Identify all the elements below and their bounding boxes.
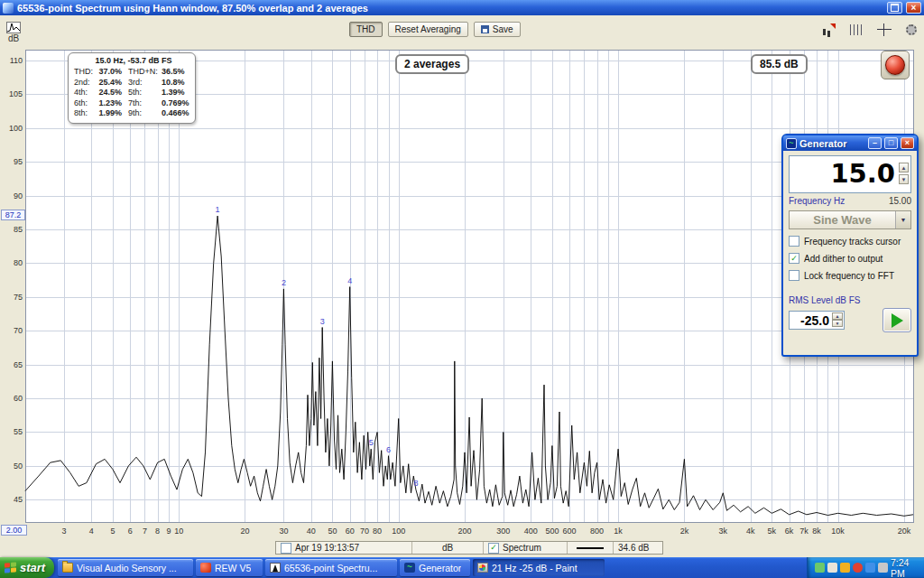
thd-label: 7th: (128, 98, 162, 109)
crosshair-icon[interactable] (877, 23, 892, 36)
tray-shield-icon[interactable] (840, 563, 850, 573)
trace-label: Spectrum (503, 543, 541, 553)
svg-text:50: 50 (328, 527, 337, 536)
play-button[interactable] (882, 308, 911, 332)
thd-label: 6th: (74, 98, 98, 109)
graph-statusbar: Apr 19 19:13:57 dB ✓ Spectrum 34.6 dB (0, 541, 924, 555)
play-icon (892, 313, 903, 328)
thd-label: 5th: (128, 88, 162, 98)
task-label: Generator (419, 563, 461, 573)
db-readout: dB (412, 542, 483, 554)
y-axis-unit-label: dB (8, 33, 19, 43)
generator-minimize-button[interactable]: – (868, 137, 882, 149)
thd-value: 1.23% (98, 98, 128, 109)
frequency-hz-value: 15.00 (889, 196, 911, 206)
spinner-down-icon[interactable]: ▼ (832, 320, 843, 327)
generator-body: 15.0 ▲▼ Frequency Hz 15.00 Sine Wave ▼ F… (783, 151, 917, 355)
taskbar-task-65536-point-spectru[interactable]: 65536-point Spectru... (265, 559, 397, 576)
tray-antivirus-icon[interactable] (853, 563, 863, 573)
chevron-down-icon[interactable]: ▼ (895, 211, 910, 228)
close-button[interactable]: × (906, 2, 921, 14)
thd-values-table: THD:37.0%THD+N:36.5%2nd:25.4%3rd:10.8%4t… (74, 67, 193, 119)
measure-icon[interactable] (821, 23, 836, 36)
paint-app-icon (477, 563, 488, 573)
checkbox-unchecked-icon[interactable] (789, 236, 799, 247)
rew-application-window: 65536-point Spectrum using Hann window, … (0, 0, 924, 578)
thd-toggle-button[interactable]: THD (349, 22, 383, 37)
save-button[interactable]: Save (474, 22, 521, 37)
rms-spinner[interactable]: ▲▼ (832, 312, 843, 327)
svg-text:70: 70 (14, 326, 23, 335)
tray-usb-icon[interactable] (878, 563, 888, 573)
svg-text:6: 6 (128, 527, 133, 536)
gridlines-icon[interactable] (850, 24, 863, 35)
averages-badge: 2 averages (395, 54, 469, 74)
thd-label: 9th: (128, 108, 162, 119)
svg-text:50: 50 (14, 461, 23, 471)
record-panel (881, 51, 910, 79)
svg-text:20: 20 (240, 527, 249, 536)
svg-text:4: 4 (347, 276, 352, 285)
generator-checkbox-lock-frequency-to-fft[interactable]: Lock frequency to FFT (789, 270, 911, 281)
windows-flag-icon (5, 562, 16, 573)
folder-icon (62, 563, 73, 573)
save-disk-icon (481, 25, 489, 33)
spinner-down-icon[interactable]: ▼ (899, 174, 909, 184)
generator-maximize-button[interactable]: □ (884, 137, 898, 149)
taskbar-task-generator[interactable]: Generator (400, 559, 470, 576)
svg-text:8: 8 (155, 527, 160, 536)
start-button[interactable]: start (0, 557, 54, 578)
generator-app-icon: ~ (786, 138, 797, 149)
svg-text:7: 7 (143, 527, 147, 536)
thd-value: 1.39% (162, 88, 189, 98)
checkbox-checked-icon[interactable]: ✓ (789, 253, 799, 264)
thd-value: 1.99% (98, 108, 128, 119)
generator-checkbox-frequency-tracks-cursor[interactable]: Frequency tracks cursor (789, 236, 911, 247)
cursor-readout: 15.0 Hz, -53.7 dB FS (74, 56, 193, 65)
rms-level-input[interactable]: -25.0 ▲▼ (789, 311, 845, 330)
spinner-up-icon[interactable]: ▲ (899, 163, 909, 172)
save-button-label: Save (493, 24, 513, 34)
tray-messenger-icon[interactable] (815, 563, 825, 573)
thd-value: 36.5% (162, 67, 189, 78)
reset-averaging-button[interactable]: Reset Averaging (388, 22, 468, 37)
svg-text:5: 5 (369, 438, 374, 447)
svg-text:45: 45 (14, 495, 23, 504)
thd-value: 10.8% (162, 78, 189, 89)
spinner-up-icon[interactable]: ▲ (832, 312, 843, 320)
task-label: 65536-point Spectru... (284, 563, 377, 573)
record-button[interactable] (885, 55, 905, 75)
generator-checkbox-add-dither-to-output[interactable]: ✓Add dither to output (789, 253, 911, 264)
checkbox-unchecked-icon[interactable] (789, 270, 799, 281)
svg-text:60: 60 (14, 394, 23, 403)
taskbar-tasks: Visual Audio Sensory ...REW V565536-poin… (58, 559, 605, 576)
taskbar-task-visual-audio-sensory[interactable]: Visual Audio Sensory ... (58, 559, 193, 576)
generator-close-button[interactable]: × (901, 137, 914, 149)
svg-text:60: 60 (346, 527, 355, 536)
waveform-select[interactable]: Sine Wave ▼ (789, 210, 911, 229)
frequency-spinner[interactable]: ▲▼ (899, 163, 909, 184)
svg-text:20k: 20k (898, 527, 911, 536)
timestamp-checkbox[interactable] (281, 543, 291, 554)
tray-volume-icon[interactable] (827, 563, 837, 573)
task-label: REW V5 (215, 563, 251, 573)
timestamp: Apr 19 19:13:57 (295, 543, 359, 553)
taskbar: start Visual Audio Sensory ...REW V56553… (0, 557, 924, 578)
svg-text:55: 55 (14, 427, 23, 436)
thd-row: 4th:24.5%5th:1.39% (74, 88, 193, 98)
tray-network-icon[interactable] (865, 563, 875, 573)
start-button-label: start (20, 561, 45, 574)
svg-text:105: 105 (9, 89, 23, 98)
generator-titlebar: ~ Generator – □ × (783, 135, 917, 151)
settings-gear-icon[interactable] (906, 24, 917, 35)
svg-text:65: 65 (14, 360, 23, 369)
taskbar-task-rew-v5[interactable]: REW V5 (196, 559, 263, 576)
taskbar-task-21-hz-25-db-paint[interactable]: 21 Hz -25 dB - Paint (473, 559, 605, 576)
thd-label: 4th: (74, 88, 98, 98)
frequency-display[interactable]: 15.0 ▲▼ (789, 155, 911, 193)
spectrum-trace-checkbox[interactable]: ✓ (488, 543, 499, 554)
frequency-hz-label: Frequency Hz (789, 196, 845, 206)
y-cursor-value: 87.2 (1, 210, 25, 220)
thd-label: 2nd: (74, 78, 98, 89)
restore-button[interactable] (887, 2, 902, 14)
